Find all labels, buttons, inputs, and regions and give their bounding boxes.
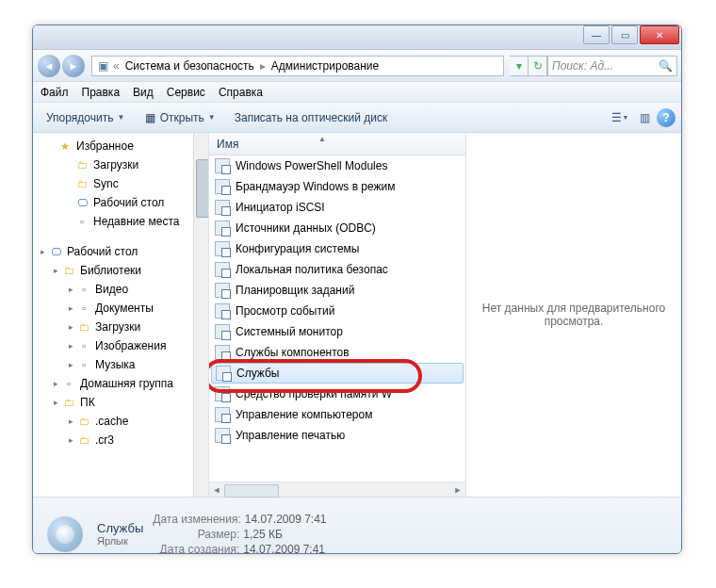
scroll-left-icon[interactable]: ◄ [209, 482, 224, 498]
shortcut-icon [215, 345, 230, 360]
search-input[interactable]: Поиск: Ад... 🔍 [547, 56, 677, 76]
preview-empty-text: Нет данных для предварительного просмотр… [476, 302, 672, 328]
navigation-tree[interactable]: ★Избранное🗀Загрузки🗀Sync🖵Рабочий стол▫Не… [33, 133, 209, 497]
shortcut-icon [215, 158, 230, 173]
file-item[interactable]: Инициатор iSCSI [209, 197, 465, 218]
tree-item[interactable]: ▸▫Изображения [33, 336, 208, 355]
tree-item[interactable]: 🗀Загрузки [33, 155, 208, 174]
tree-item[interactable]: ▸▫Видео [33, 280, 208, 299]
burn-button[interactable]: Записать на оптический диск [227, 106, 396, 129]
file-item[interactable]: Управление компьютером [209, 404, 465, 425]
generic-icon: ▫ [76, 282, 91, 297]
breadcrumb-item[interactable]: Система и безопасность [120, 59, 260, 73]
generic-icon: ▫ [74, 214, 90, 229]
fld-icon: 🗀 [76, 319, 91, 335]
menu-view[interactable]: Вид [133, 86, 154, 99]
tree-item[interactable]: ▸🗀Библиотеки [33, 261, 208, 280]
titlebar[interactable]: — ▭ ✕ [33, 25, 681, 50]
tree-item[interactable]: ▸🗀Загрузки [33, 318, 208, 336]
shortcut-icon [215, 386, 230, 401]
generic-icon: ▫ [76, 338, 91, 353]
forward-button[interactable]: ► [62, 55, 85, 77]
shortcut-icon [215, 407, 230, 422]
file-item[interactable]: Брандмауэр Windows в режим [209, 176, 465, 197]
tree-item[interactable]: ▸🖵Рабочий стол [33, 242, 208, 261]
scroll-right-icon[interactable]: ► [450, 482, 465, 498]
tree-item[interactable]: ★Избранное [33, 137, 208, 155]
help-button[interactable]: ? [657, 108, 675, 127]
tree-item[interactable]: ▸▫Домашняя группа [33, 374, 208, 393]
menu-edit[interactable]: Правка [82, 86, 121, 99]
shortcut-icon [216, 366, 231, 381]
tree-item[interactable]: 🗀Sync [33, 174, 208, 193]
command-bar: Упорядочить▼ ▦ Открыть▼ Записать на опти… [33, 103, 681, 133]
preview-pane-button[interactable]: ▥ [634, 107, 655, 128]
shortcut-icon [215, 220, 230, 236]
file-item[interactable]: Просмотр событий [209, 301, 465, 321]
file-item[interactable]: Службы компонентов [209, 342, 465, 363]
organize-button[interactable]: Упорядочить▼ [39, 106, 132, 129]
file-item[interactable]: Конфигурация системы [209, 238, 465, 259]
open-icon: ▦ [143, 111, 156, 124]
details-pane: Службы Ярлык Дата изменения:14.07.2009 7… [33, 497, 681, 554]
file-item[interactable]: Источники данных (ODBC) [209, 218, 465, 238]
shortcut-icon [215, 200, 230, 215]
menu-file[interactable]: Файл [41, 86, 69, 99]
nav-bar: ◄ ► ▣ « Система и безопасность ▸ Админис… [33, 50, 681, 82]
shortcut-icon [215, 283, 230, 298]
sort-indicator-icon: ▲ [318, 135, 326, 143]
tree-item[interactable]: 🖵Рабочий стол [33, 193, 208, 212]
preview-pane: Нет данных для предварительного просмотр… [466, 133, 681, 497]
menu-tools[interactable]: Сервис [167, 86, 205, 99]
tree-item[interactable]: ▸▫Документы [33, 299, 208, 318]
address-bar[interactable]: ▣ « Система и безопасность ▸ Администрир… [91, 56, 504, 76]
fld-icon: 🗀 [76, 433, 91, 448]
file-item[interactable]: Системный монитор [209, 321, 465, 342]
gear-icon [47, 516, 83, 552]
dsk-icon: 🖵 [74, 195, 90, 210]
menu-help[interactable]: Справка [219, 86, 263, 99]
back-button[interactable]: ◄ [38, 55, 60, 77]
file-item[interactable]: Службы [211, 363, 464, 384]
scrollbar-horizontal[interactable]: ◄ ► [209, 482, 465, 497]
tree-item[interactable]: ▸▫Музыка [33, 355, 208, 374]
fld-icon: 🗀 [61, 395, 76, 410]
open-button[interactable]: ▦ Открыть▼ [136, 106, 222, 129]
file-item[interactable]: Управление печатью [209, 425, 465, 446]
dsk-icon: 🖵 [48, 244, 63, 259]
location-icon: ▣ [96, 59, 109, 73]
scrollbar-vertical[interactable] [193, 133, 208, 497]
tree-item[interactable]: ▫Недавние места [33, 212, 208, 231]
file-item[interactable]: Локальная политика безопас [209, 259, 465, 280]
details-name: Службы [97, 521, 143, 535]
tree-item[interactable]: ▸🗀.cr3 [33, 431, 208, 449]
details-properties: Дата изменения:14.07.2009 7:41 Размер:1,… [153, 512, 326, 555]
shortcut-icon [215, 241, 230, 256]
generic-icon: ▫ [76, 301, 91, 316]
explorer-window: — ▭ ✕ ◄ ► ▣ « Система и безопасность ▸ А… [32, 24, 682, 554]
star-icon: ★ [57, 139, 73, 154]
maximize-button[interactable]: ▭ [611, 25, 638, 44]
tree-item[interactable]: ▸🗀.cache [33, 412, 208, 431]
breadcrumb-item[interactable]: Администрирование [266, 59, 384, 73]
search-placeholder: Поиск: Ад... [552, 59, 613, 73]
file-item[interactable]: Планировщик заданий [209, 280, 465, 301]
minimize-button[interactable]: — [583, 25, 610, 44]
details-icon [42, 512, 88, 555]
fld-icon: 🗀 [74, 176, 90, 191]
column-header-name[interactable]: Имя ▲ [209, 133, 465, 155]
search-icon: 🔍 [659, 59, 673, 73]
menu-bar: Файл Правка Вид Сервис Справка [33, 82, 681, 103]
shortcut-icon [215, 303, 230, 318]
close-button[interactable]: ✕ [640, 25, 679, 44]
file-item[interactable]: Средство проверки памяти W [209, 384, 465, 404]
file-list[interactable]: Windows PowerShell ModulesБрандмауэр Win… [209, 155, 465, 482]
file-item[interactable]: Windows PowerShell Modules [209, 155, 465, 176]
address-dropdown[interactable]: ▾ [510, 56, 529, 76]
view-mode-button[interactable]: ☰▼ [610, 107, 630, 128]
refresh-button[interactable]: ↻ [529, 56, 547, 76]
tree-item[interactable]: ▸🗀ПК [33, 393, 208, 412]
generic-icon: ▫ [76, 357, 91, 372]
shortcut-icon [215, 262, 230, 277]
shortcut-icon [215, 324, 230, 339]
